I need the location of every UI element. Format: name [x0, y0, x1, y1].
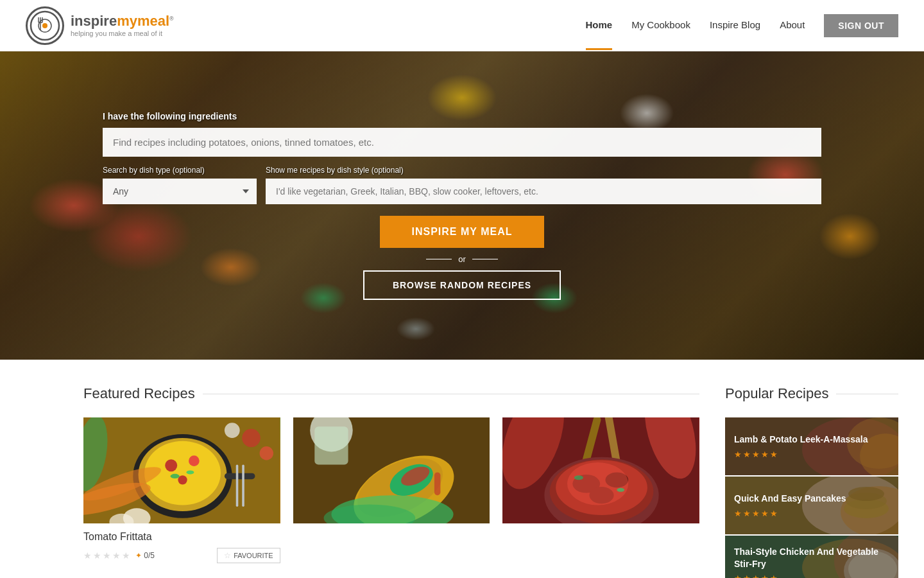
- popular-item-chicken[interactable]: Thai-Style Chicken And Vegetable Stir-Fr…: [725, 536, 898, 578]
- hero-buttons: INSPIRE MY MEAL or BROWSE RANDOM RECIPES: [103, 216, 821, 300]
- recipe-card-frittata[interactable]: Tomato Frittata ★ ★ ★ ★ ★ ✦ 0/5 ☆ FAVOUR: [83, 417, 280, 563]
- dish-style-filter: Show me recipes by dish style (optional): [266, 166, 821, 204]
- hero-content: I have the following ingredients Search …: [77, 111, 847, 300]
- nav-home[interactable]: Home: [586, 1, 613, 50]
- svg-point-15: [171, 474, 180, 478]
- svg-rect-25: [242, 465, 244, 507]
- svg-point-51: [617, 488, 625, 492]
- recipe-grid: Tomato Frittata ★ ★ ★ ★ ★ ✦ 0/5 ☆ FAVOUR: [83, 417, 699, 563]
- popular-item-lamb[interactable]: Lamb & Potato Leek-A-Massala ★ ★ ★ ★ ★: [725, 417, 898, 475]
- logo-text: inspiremymeal® helping you make a meal o…: [71, 13, 174, 39]
- dish-type-label: Search by dish type (optional): [103, 166, 257, 175]
- hero-section: I have the following ingredients Search …: [0, 51, 924, 360]
- svg-point-22: [225, 423, 240, 438]
- main-content: Featured Recipes: [0, 360, 924, 578]
- star-4: ★: [112, 550, 121, 561]
- brand-reg: ®: [169, 15, 174, 21]
- favourite-button-frittata[interactable]: ☆ FAVOURITE: [217, 548, 280, 563]
- star-1: ★: [83, 550, 92, 561]
- dish-type-filter: Search by dish type (optional) Any Break…: [103, 166, 257, 204]
- svg-point-21: [260, 446, 273, 460]
- brand-inspire: inspire: [71, 13, 117, 29]
- popular-stars-chicken: ★ ★ ★ ★ ★: [734, 574, 889, 578]
- svg-rect-37: [434, 472, 441, 495]
- nav-blog[interactable]: Inspire Blog: [710, 1, 760, 50]
- svg-rect-17: [225, 473, 255, 480]
- svg-point-13: [189, 455, 200, 466]
- dish-type-select[interactable]: Any Breakfast Lunch Dinner Dessert Snack: [103, 179, 257, 204]
- popular-item-content-pancakes: Quick And Easy Pancakes ★ ★ ★ ★ ★: [725, 477, 855, 534]
- logo-icon: [29, 10, 61, 42]
- logo[interactable]: inspiremymeal® helping you make a meal o…: [26, 6, 174, 45]
- popular-stars-pancakes: ★ ★ ★ ★ ★: [734, 509, 846, 518]
- star-3: ★: [103, 550, 111, 561]
- recipe-title-frittata: Tomato Frittata: [83, 531, 280, 543]
- svg-point-50: [574, 475, 583, 480]
- recipe-image-stew: [502, 417, 699, 523]
- svg-point-20: [242, 429, 261, 448]
- svg-point-12: [165, 459, 177, 471]
- nav-cookbook[interactable]: My Cookbook: [631, 1, 690, 50]
- svg-rect-30: [314, 426, 348, 464]
- popular-section: Popular Recipes Lamb & Potato Leek-A-Mas…: [725, 385, 898, 578]
- brand-tagline: helping you make a meal of it: [71, 30, 174, 38]
- svg-rect-24: [236, 465, 239, 507]
- popular-list: Lamb & Potato Leek-A-Massala ★ ★ ★ ★ ★: [725, 417, 898, 578]
- popular-item-title-lamb: Lamb & Potato Leek-A-Massala: [734, 434, 868, 445]
- star-5: ★: [122, 550, 130, 561]
- rating-text-frittata: ✦ 0/5: [135, 551, 155, 560]
- favourite-label: FAVOURITE: [234, 552, 273, 559]
- hero-or-divider: or: [426, 254, 498, 264]
- popular-item-content-chicken: Thai-Style Chicken And Vegetable Stir-Fr…: [725, 536, 898, 578]
- svg-point-16: [186, 471, 194, 475]
- featured-title: Featured Recipes: [83, 385, 699, 402]
- hero-filters: Search by dish type (optional) Any Break…: [103, 166, 821, 204]
- ingredients-search-input[interactable]: [103, 128, 821, 157]
- popular-stars-lamb: ★ ★ ★ ★ ★: [734, 450, 868, 459]
- recipe-stars-frittata: ★ ★ ★ ★ ★: [83, 550, 130, 561]
- dish-style-label: Show me recipes by dish style (optional): [266, 166, 821, 175]
- star-2: ★: [93, 550, 101, 561]
- popular-item-content-lamb: Lamb & Potato Leek-A-Massala ★ ★ ★ ★ ★: [725, 417, 877, 475]
- nav-links: Home My Cookbook Inspire Blog About SIGN…: [586, 1, 899, 50]
- signout-button[interactable]: SIGN OUT: [824, 14, 898, 37]
- brand-my: my: [117, 13, 137, 29]
- svg-point-14: [178, 475, 187, 484]
- inspire-meal-button[interactable]: INSPIRE MY MEAL: [380, 216, 545, 248]
- brand-meal: meal: [137, 13, 169, 29]
- navbar: inspiremymeal® helping you make a meal o…: [0, 0, 924, 51]
- popular-item-title-pancakes: Quick And Easy Pancakes: [734, 493, 846, 504]
- featured-section: Featured Recipes: [83, 385, 725, 578]
- popular-item-pancakes[interactable]: Quick And Easy Pancakes ★ ★ ★ ★ ★: [725, 477, 898, 534]
- favourite-star-icon: ☆: [224, 551, 231, 560]
- recipe-card-stew[interactable]: [502, 417, 699, 563]
- nav-about[interactable]: About: [780, 1, 805, 50]
- recipe-image-frittata: [83, 417, 280, 523]
- browse-random-button[interactable]: BROWSE RANDOM RECIPES: [363, 270, 561, 300]
- dish-style-input[interactable]: [266, 179, 821, 204]
- ingredients-label: I have the following ingredients: [103, 111, 821, 121]
- logo-circle: [26, 6, 64, 45]
- svg-point-2: [42, 23, 47, 28]
- recipe-card-burrito[interactable]: [293, 417, 490, 563]
- popular-title: Popular Recipes: [725, 385, 898, 402]
- search-row: [103, 128, 821, 157]
- recipe-image-burrito: [293, 417, 490, 523]
- popular-item-title-chicken: Thai-Style Chicken And Vegetable Stir-Fr…: [734, 546, 889, 569]
- recipe-meta-frittata: ★ ★ ★ ★ ★ ✦ 0/5 ☆ FAVOURITE: [83, 548, 280, 563]
- svg-point-49: [567, 462, 628, 505]
